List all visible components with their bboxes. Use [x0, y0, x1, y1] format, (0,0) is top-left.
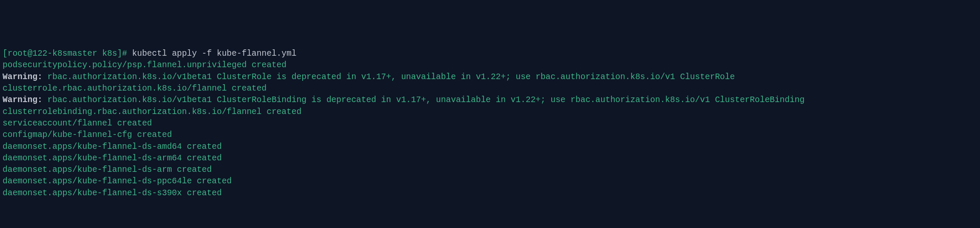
output-line: podsecuritypolicy.policy/psp.flannel.unp… — [3, 60, 977, 71]
warning-label: Warning: — [3, 72, 47, 82]
prompt-line: [root@122-k8smaster k8s]# kubectl apply … — [3, 48, 977, 60]
output-line: serviceaccount/flannel created — [3, 118, 977, 129]
warning-text: rbac.authorization.k8s.io/v1beta1 Cluste… — [47, 72, 735, 82]
prompt-close-bracket: ]# — [117, 49, 132, 58]
terminal-output[interactable]: [root@122-k8smaster k8s]# kubectl apply … — [3, 48, 977, 199]
output-line: clusterrole.rbac.authorization.k8s.io/fl… — [3, 83, 977, 94]
output-line: configmap/kube-flannel-cfg created — [3, 129, 977, 141]
command-text: kubectl apply -f kube-flannel.yml — [132, 49, 296, 58]
warning-label: Warning: — [3, 95, 47, 105]
warning-line: Warning: rbac.authorization.k8s.io/v1bet… — [3, 94, 977, 106]
output-line: daemonset.apps/kube-flannel-ds-ppc64le c… — [3, 176, 977, 187]
output-line: daemonset.apps/kube-flannel-ds-arm64 cre… — [3, 153, 977, 164]
output-line: daemonset.apps/kube-flannel-ds-s390x cre… — [3, 188, 977, 199]
warning-line: Warning: rbac.authorization.k8s.io/v1bet… — [3, 71, 977, 83]
warning-text: rbac.authorization.k8s.io/v1beta1 Cluste… — [47, 95, 805, 105]
prompt-user-host: root@122-k8smaster k8s — [8, 49, 117, 58]
prompt-open-bracket: [ — [3, 49, 8, 58]
output-line: daemonset.apps/kube-flannel-ds-arm creat… — [3, 164, 977, 176]
output-line: clusterrolebinding.rbac.authorization.k8… — [3, 106, 977, 118]
output-line: daemonset.apps/kube-flannel-ds-amd64 cre… — [3, 141, 977, 153]
